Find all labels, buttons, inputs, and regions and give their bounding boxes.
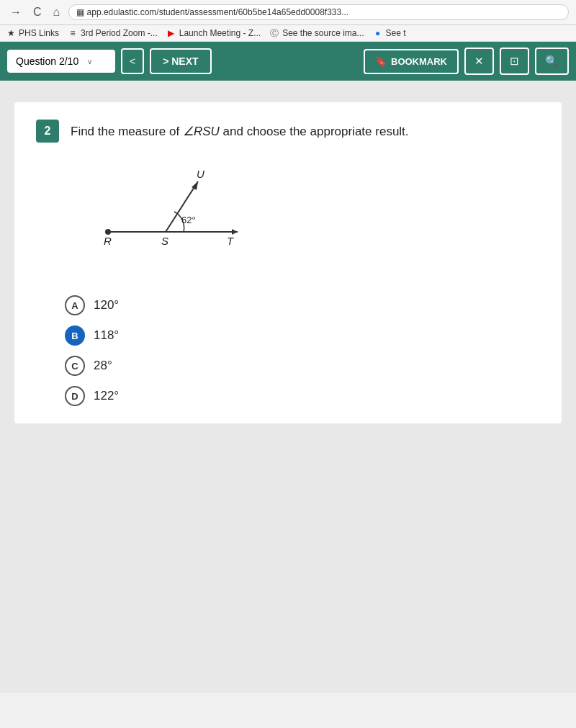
3rd-period-label: 3rd Period Zoom -... xyxy=(81,28,158,38)
choice-a-label: 120° xyxy=(94,298,119,313)
choice-a-circle: A xyxy=(65,295,85,315)
diagram-container: U 62° R S T xyxy=(65,160,540,278)
phs-links-label: PHS Links xyxy=(19,28,59,38)
u-label: U xyxy=(197,168,204,180)
close-button[interactable]: ✕ xyxy=(464,48,494,75)
address-bar[interactable]: ▦ app.edulastic.com/student/assessment/6… xyxy=(68,4,569,20)
bookmark-phs-links[interactable]: ★ PHS Links xyxy=(6,28,59,38)
see-t-icon: ● xyxy=(373,28,383,38)
main-content: 2 Find the measure of ∠RSU and choose th… xyxy=(0,81,576,693)
next-label: > NEXT xyxy=(163,55,198,67)
question-container: 2 Find the measure of ∠RSU and choose th… xyxy=(14,102,562,423)
bookmark-icon: 🔖 xyxy=(375,56,387,67)
question-header: 2 Find the measure of ∠RSU and choose th… xyxy=(36,120,540,143)
choice-b-label: 118° xyxy=(94,328,119,343)
address-icon: ▦ xyxy=(76,7,84,17)
question-number: 2 xyxy=(36,120,59,143)
layout-icon: ⊡ xyxy=(510,55,519,67)
search-button[interactable]: 🔍 xyxy=(535,48,569,75)
bookmark-source-image[interactable]: Ⓒ See the source ima... xyxy=(269,28,364,38)
layout-button[interactable]: ⊡ xyxy=(500,48,529,75)
choice-b[interactable]: B 118° xyxy=(65,325,540,346)
source-image-icon: Ⓒ xyxy=(269,28,279,38)
choice-d-label: 122° xyxy=(94,389,119,403)
see-t-label: See t xyxy=(386,28,406,38)
choice-c-label: 28° xyxy=(94,359,112,373)
back-button[interactable]: → xyxy=(7,4,24,20)
question-selector[interactable]: Question 2/10 ∨ xyxy=(7,50,115,73)
choice-d-circle: D xyxy=(65,386,85,406)
launch-meeting-icon: ▶ xyxy=(166,28,176,38)
url-text: app.edulastic.com/student/assessment/60b… xyxy=(87,7,349,17)
chevron-down-icon: ∨ xyxy=(87,58,92,66)
bookmark-see-t[interactable]: ● See t xyxy=(373,28,406,38)
choice-c[interactable]: C 28° xyxy=(65,356,540,376)
home-button[interactable]: ⌂ xyxy=(50,4,63,20)
svg-marker-2 xyxy=(232,229,238,235)
close-icon: ✕ xyxy=(474,55,484,67)
t-label: T xyxy=(227,235,235,247)
browser-bar: → C ⌂ ▦ app.edulastic.com/student/assess… xyxy=(0,0,576,25)
choice-d[interactable]: D 122° xyxy=(65,386,540,406)
bookmark-3rd-period[interactable]: ≡ 3rd Period Zoom -... xyxy=(68,28,158,38)
phs-links-icon: ★ xyxy=(6,28,16,38)
bookmark-label: BOOKMARK xyxy=(391,56,447,67)
choice-c-circle: C xyxy=(65,356,85,376)
geometry-diagram: U 62° R S T xyxy=(65,160,252,275)
search-icon: 🔍 xyxy=(545,55,559,67)
prev-button[interactable]: < xyxy=(121,48,144,74)
next-button[interactable]: > NEXT xyxy=(150,48,211,74)
choice-b-circle: B xyxy=(65,325,85,346)
angle-label: 62° xyxy=(181,215,196,225)
source-image-label: See the source ima... xyxy=(282,28,364,38)
bookmark-button[interactable]: 🔖 BOOKMARK xyxy=(364,49,459,74)
r-label: R xyxy=(104,235,112,247)
choice-a[interactable]: A 120° xyxy=(65,295,540,315)
launch-meeting-label: Launch Meeting - Z... xyxy=(179,28,261,38)
prev-label: < xyxy=(130,55,135,67)
question-label: Question 2/10 xyxy=(16,55,78,67)
bookmarks-bar: ★ PHS Links ≡ 3rd Period Zoom -... ▶ Lau… xyxy=(0,25,576,42)
s-label: S xyxy=(161,235,168,247)
3rd-period-icon: ≡ xyxy=(68,28,78,38)
refresh-button[interactable]: C xyxy=(30,4,45,20)
bookmark-launch-meeting[interactable]: ▶ Launch Meeting - Z... xyxy=(166,28,261,38)
toolbar: Question 2/10 ∨ < > NEXT 🔖 BOOKMARK ✕ ⊡ … xyxy=(0,42,576,81)
question-text: Find the measure of ∠RSU and choose the … xyxy=(71,120,409,141)
answer-choices: A 120° B 118° C 28° D 122° xyxy=(65,295,540,406)
